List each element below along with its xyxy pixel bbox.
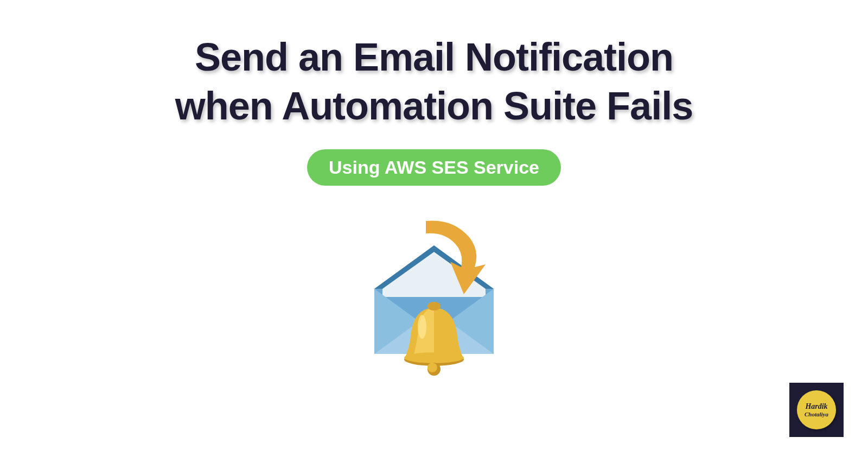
author-logo-badge: Hardik Chotaliya — [789, 383, 844, 437]
author-logo-circle: Hardik Chotaliya — [797, 390, 836, 429]
svg-point-8 — [404, 352, 464, 363]
heading-line-2: when Automation Suite Fails — [175, 84, 693, 128]
email-bell-illustration — [358, 207, 510, 381]
author-surname: Chotaliya — [805, 411, 828, 417]
subtitle-pill: Using AWS SES Service — [307, 149, 561, 186]
author-name: Hardik — [805, 402, 827, 410]
svg-point-10 — [427, 363, 437, 372]
svg-point-11 — [418, 315, 426, 339]
svg-point-6 — [427, 302, 441, 311]
heading-line-1: Send an Email Notification — [195, 35, 673, 79]
envelope-bell-icon — [358, 207, 510, 381]
pill-label: Using AWS SES Service — [329, 157, 539, 178]
main-heading: Send an Email Notification when Automati… — [175, 33, 693, 130]
